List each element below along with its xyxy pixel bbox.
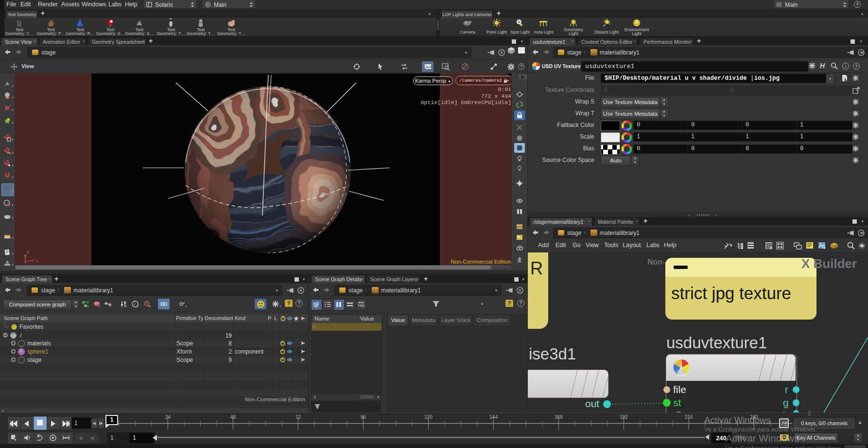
svg-text:i: i [134, 302, 136, 306]
svg-text:72: 72 [295, 414, 301, 420]
svg-text:24: 24 [165, 414, 171, 420]
svg-text:96: 96 [361, 414, 366, 420]
svg-text:y: y [27, 250, 29, 254]
svg-text:48: 48 [230, 414, 236, 420]
svg-text:120: 120 [424, 414, 433, 420]
svg-text:168: 168 [555, 414, 563, 420]
svg-text:216: 216 [685, 414, 693, 420]
svg-text:144: 144 [489, 414, 498, 420]
svg-text:192: 192 [620, 414, 628, 420]
svg-text:x: x [36, 258, 38, 263]
svg-text:TRS: TRS [358, 304, 365, 307]
